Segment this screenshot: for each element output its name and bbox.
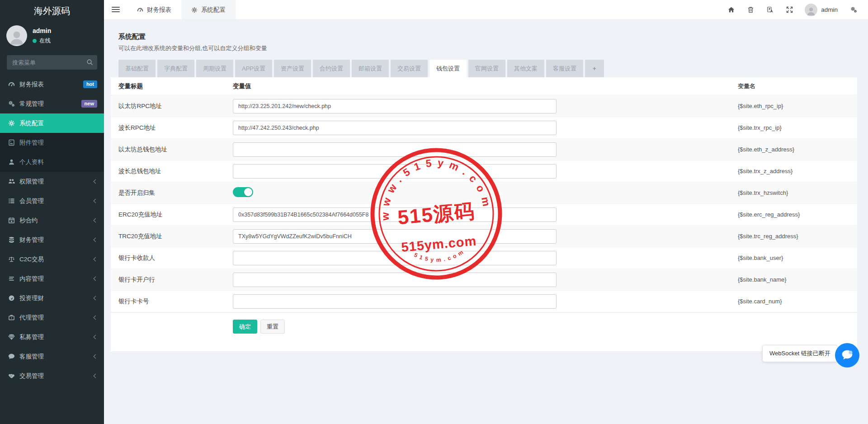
scale-icon: [8, 256, 15, 263]
user-icon: [8, 159, 15, 165]
col-header-title: 变量标题: [111, 82, 233, 90]
config-tab-contract[interactable]: 合约设置: [313, 60, 350, 77]
sidebar-item-member-manage[interactable]: 会员管理: [0, 191, 104, 211]
eth_z_address-input[interactable]: [233, 142, 557, 157]
sidebar-item-auth-manage[interactable]: 权限管理: [0, 172, 104, 191]
navbar-tab-system-config[interactable]: 系统配置: [181, 0, 236, 19]
sidebar-item-label: 投资理财: [19, 294, 44, 302]
trx_hzswitch-toggle[interactable]: [233, 187, 253, 197]
config-tab-cycle[interactable]: 周期设置: [196, 60, 233, 77]
sidebar-item-label: 客服管理: [19, 353, 44, 361]
sidebar-item-invest-finance[interactable]: 投资理财: [0, 288, 104, 308]
fullscreen-icon[interactable]: [786, 6, 793, 13]
gem-icon: [8, 334, 15, 340]
user-name: admin: [33, 27, 51, 34]
table-row-eth_rpc_ip: 以太坊RPC地址{$site.eth_rpc_ip}: [111, 95, 857, 117]
config-tab-service[interactable]: 客服设置: [546, 60, 583, 77]
badge-new: new: [81, 100, 97, 108]
sidebar-item-system-config[interactable]: 系统配置: [0, 113, 104, 133]
sidebar-item-label: 交易管理: [19, 372, 44, 380]
content-icon: [8, 275, 15, 282]
trx_z_address-input[interactable]: [233, 164, 557, 179]
chevron-left-icon: [94, 257, 98, 262]
erc_reg_address-input[interactable]: [233, 207, 557, 222]
search-icon[interactable]: [86, 59, 93, 66]
row-title: 波长总钱包地址: [111, 167, 233, 175]
translate-icon[interactable]: [767, 6, 774, 13]
sidebar-item-trade-manage[interactable]: 交易管理: [0, 366, 104, 386]
chevron-left-icon: [94, 335, 98, 339]
config-tab-wallet[interactable]: 钱包设置: [429, 60, 467, 77]
table-row-trc_reg_address: TRC20充值地址{$site.trc_reg_address}: [111, 226, 857, 247]
sidebar-item-general-manage[interactable]: 常规管理new: [0, 94, 104, 113]
sidebar-item-label: 财务管理: [19, 236, 44, 244]
chevron-left-icon: [94, 238, 98, 242]
table-row-bank_name: 银行卡开户行{$site.bank_name}: [111, 269, 857, 291]
add-tab-button[interactable]: +: [585, 60, 604, 77]
chat-button[interactable]: [835, 343, 859, 367]
home-icon[interactable]: [728, 6, 735, 13]
page-subtitle: 可以在此增改系统的变量和分组,也可以自定义分组和变量: [111, 41, 857, 52]
config-tab-website[interactable]: 官网设置: [468, 60, 505, 77]
config-tab-asset[interactable]: 资产设置: [274, 60, 311, 77]
config-tab-basic[interactable]: 基础配置: [118, 60, 156, 77]
admin-menu[interactable]: admin: [821, 6, 838, 13]
col-header-value: 变量值: [233, 82, 738, 90]
admin-avatar[interactable]: [805, 4, 817, 16]
row-title: 波长RPC地址: [111, 124, 233, 132]
row-varname: {$site.bank_user}: [738, 254, 857, 261]
gauge-icon: [8, 81, 15, 88]
sidebar-item-agent-manage[interactable]: 代理管理: [0, 308, 104, 327]
config-tab-app[interactable]: APP设置: [235, 60, 272, 77]
table-row-eth_z_address: 以太坊总钱包地址{$site.eth_z_address}: [111, 139, 857, 160]
bank_user-input[interactable]: [233, 251, 557, 265]
config-tab-email[interactable]: 邮箱设置: [352, 60, 389, 77]
eth_rpc_ip-input[interactable]: [233, 99, 557, 113]
sidebar-item-second-contract[interactable]: 秒合约: [0, 211, 104, 230]
sidebar-menu: 财务报表hot常规管理new系统配置附件管理个人资料权限管理会员管理秒合约财务管…: [0, 75, 104, 386]
table-row-bank_user: 银行卡收款人{$site.bank_user}: [111, 247, 857, 269]
table-row-card_num: 银行卡卡号{$site.card_num}: [111, 291, 857, 312]
sidebar-item-attachment-manage[interactable]: 附件管理: [0, 133, 104, 152]
config-tab-other-text[interactable]: 其他文案: [507, 60, 544, 77]
sidebar-item-content-manage[interactable]: 内容管理: [0, 269, 104, 288]
submit-button[interactable]: 确定: [233, 320, 257, 334]
config-tabs: 基础配置字典配置周期设置APP设置资产设置合约设置邮箱设置交易设置钱包设置官网设…: [118, 60, 857, 77]
row-varname: {$site.trx_z_address}: [738, 168, 857, 174]
navbar-tab-finance-report[interactable]: 财务报表: [127, 0, 181, 19]
sidebar-item-profile[interactable]: 个人资料: [0, 152, 104, 172]
sidebar-item-finance-report[interactable]: 财务报表hot: [0, 75, 104, 94]
row-varname: {$site.card_num}: [738, 298, 857, 305]
search-input[interactable]: [7, 55, 97, 70]
sidebar-item-customer-service[interactable]: 客服管理: [0, 347, 104, 366]
row-varname: {$site.trx_hzswitch}: [738, 189, 857, 196]
card_num-input[interactable]: [233, 294, 557, 309]
submenu-general-manage: 系统配置附件管理个人资料: [0, 113, 104, 172]
trash-icon[interactable]: [747, 6, 754, 13]
cogs-icon[interactable]: [850, 6, 857, 13]
reset-button[interactable]: 重置: [260, 320, 285, 334]
sidebar-item-label: 秒合约: [19, 217, 38, 225]
config-tab-dictionary[interactable]: 字典配置: [157, 60, 194, 77]
menu-search: [7, 55, 97, 70]
trx_rpc_ip-input[interactable]: [233, 121, 557, 135]
table-rows: 以太坊RPC地址{$site.eth_rpc_ip}波长RPC地址{$site.…: [111, 95, 857, 312]
sidebar-item-label: 附件管理: [19, 139, 44, 147]
chevron-left-icon: [94, 296, 98, 301]
sidebar-item-finance-manage[interactable]: 财务管理: [0, 230, 104, 250]
hamburger-icon[interactable]: [112, 7, 120, 13]
sidebar-item-private-fund[interactable]: 私募管理: [0, 327, 104, 347]
sidebar-item-label: 常规管理: [19, 100, 44, 108]
bank_name-input[interactable]: [233, 273, 557, 287]
sidebar-item-c2c-trade[interactable]: C2C交易: [0, 250, 104, 269]
gear-icon: [8, 120, 15, 127]
trc_reg_address-input[interactable]: [233, 229, 557, 244]
table-header-row: 变量标题 变量值 变量名: [111, 77, 857, 95]
user-status: 在线: [33, 37, 51, 45]
config-tab-trade[interactable]: 交易设置: [391, 60, 428, 77]
table-row-trx_hzswitch: 是否开启归集{$site.trx_hzswitch}: [111, 182, 857, 204]
badge-hot: hot: [83, 80, 97, 88]
row-title: 银行卡卡号: [111, 297, 233, 306]
brand[interactable]: 海外源码: [0, 0, 104, 22]
sidebar-item-label: 个人资料: [19, 158, 44, 166]
